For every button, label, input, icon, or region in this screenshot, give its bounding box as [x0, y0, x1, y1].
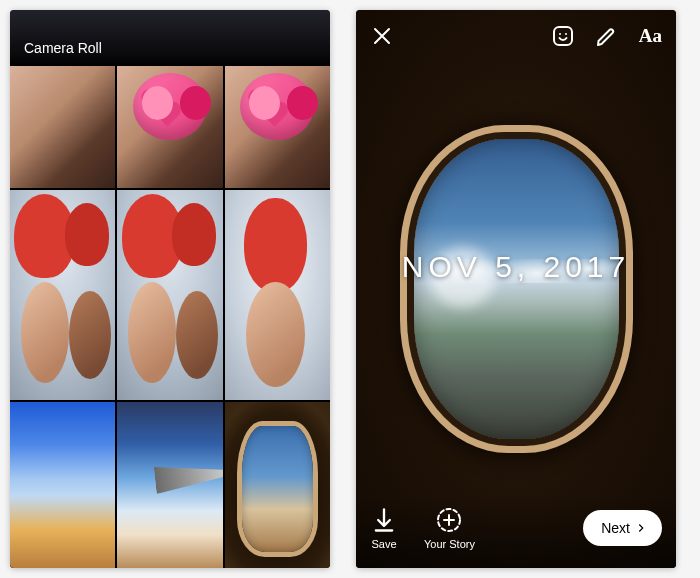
- photo-grid: [10, 66, 330, 568]
- photo-thumbnail[interactable]: [117, 402, 222, 568]
- draw-icon[interactable]: [595, 24, 619, 48]
- story-editor-screen: NOV 5, 2017 Aa: [356, 10, 676, 568]
- camera-roll-header[interactable]: Camera Roll: [10, 10, 330, 66]
- your-story-button[interactable]: Your Story: [424, 506, 475, 550]
- text-tool-icon[interactable]: Aa: [639, 25, 662, 47]
- story-photo: [356, 10, 676, 568]
- photo-thumbnail[interactable]: [117, 190, 222, 400]
- next-button[interactable]: Next: [583, 510, 662, 546]
- close-icon[interactable]: [370, 24, 394, 48]
- photo-thumbnail[interactable]: [225, 190, 330, 400]
- download-icon: [370, 506, 398, 534]
- photo-thumbnail[interactable]: [117, 66, 222, 188]
- your-story-icon: [435, 506, 463, 534]
- heart-glasses-icon: [251, 92, 274, 115]
- airplane-window-icon: [414, 139, 619, 439]
- save-button[interactable]: Save: [370, 506, 398, 550]
- story-canvas[interactable]: NOV 5, 2017 Aa: [356, 10, 676, 568]
- editor-topbar: Aa: [356, 10, 676, 62]
- editor-tools: Aa: [551, 24, 662, 48]
- svg-point-1: [559, 33, 561, 35]
- svg-rect-0: [554, 27, 572, 45]
- photo-thumbnail[interactable]: [10, 66, 115, 188]
- camera-roll-screen: Camera Roll: [10, 10, 330, 568]
- svg-point-2: [565, 33, 567, 35]
- photo-thumbnail[interactable]: [10, 190, 115, 400]
- sticker-icon[interactable]: [551, 24, 575, 48]
- editor-bottombar: Save Your Story Next: [356, 494, 676, 568]
- your-story-label: Your Story: [424, 538, 475, 550]
- heart-glasses-icon: [143, 92, 166, 115]
- photo-thumbnail[interactable]: [225, 66, 330, 188]
- chevron-right-icon: [634, 521, 648, 535]
- photo-thumbnail[interactable]: [225, 402, 330, 568]
- save-label: Save: [371, 538, 396, 550]
- next-label: Next: [601, 520, 630, 536]
- photo-thumbnail[interactable]: [10, 402, 115, 568]
- camera-roll-title: Camera Roll: [24, 40, 102, 56]
- date-sticker[interactable]: NOV 5, 2017: [356, 250, 676, 284]
